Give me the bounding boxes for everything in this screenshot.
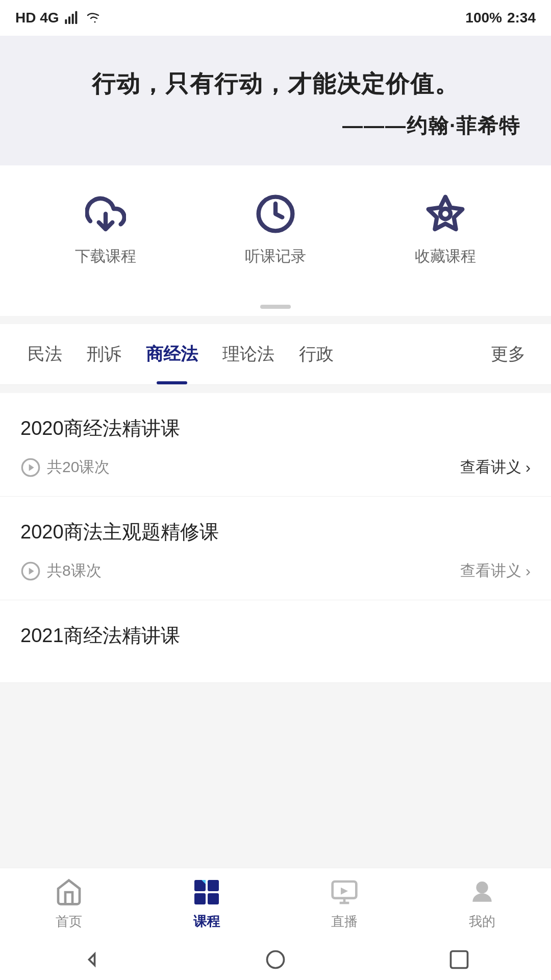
history-label: 听课记录 <box>245 246 306 267</box>
scroll-indicator <box>0 298 551 316</box>
course-meta-1: 共20课次 查看讲义 › <box>20 457 531 478</box>
scroll-dot <box>260 305 291 309</box>
tab-minfa[interactable]: 民法 <box>15 324 74 384</box>
svg-rect-15 <box>208 893 219 904</box>
quote-banner: 行动，只有行动，才能决定价值。 ———约翰·菲希特 <box>0 36 551 165</box>
home-icon <box>54 877 84 908</box>
course-item-2: 2020商法主观题精修课 共8课次 查看讲义 › <box>0 497 551 600</box>
status-right: 100% 2:34 <box>465 10 536 26</box>
svg-rect-0 <box>65 19 67 24</box>
sys-back-btn[interactable] <box>77 944 107 975</box>
nav-home[interactable]: 首页 <box>33 877 105 930</box>
course-item-3: 2021商经法精讲课 <box>0 600 551 683</box>
quote-main-text: 行动，只有行动，才能决定价值。 <box>31 66 520 102</box>
svg-point-23 <box>267 951 284 968</box>
course-title-2[interactable]: 2020商法主观题精修课 <box>20 519 531 545</box>
nav-mine[interactable]: 我的 <box>446 877 518 930</box>
svg-rect-13 <box>208 880 219 891</box>
battery-text: 100% <box>465 10 502 26</box>
chevron-right-icon-2: › <box>525 562 531 580</box>
clock-icon <box>253 191 298 237</box>
sys-recent-btn[interactable] <box>444 944 474 975</box>
user-icon <box>467 877 497 908</box>
tab-xingsu[interactable]: 刑诉 <box>74 324 134 384</box>
tab-shangjingfa[interactable]: 商经法 <box>134 324 210 384</box>
tab-more[interactable]: 更多 <box>481 324 536 384</box>
svg-rect-3 <box>75 11 77 24</box>
course-item-1: 2020商经法精讲课 共20课次 查看讲义 › <box>0 393 551 497</box>
category-tabs: 民法 刑诉 商经法 理论法 行政 更多 <box>0 324 551 385</box>
chevron-right-icon: › <box>525 459 531 476</box>
nav-live-label: 直播 <box>331 913 358 930</box>
course-title-1[interactable]: 2020商经法精讲课 <box>20 415 531 442</box>
svg-marker-5 <box>429 197 463 229</box>
tab-xingzheng[interactable]: 行政 <box>287 324 346 384</box>
nav-course-label: 课程 <box>193 913 220 930</box>
star-icon <box>422 191 468 237</box>
svg-marker-19 <box>341 888 348 895</box>
course-count-2: 共8课次 <box>20 560 102 581</box>
quick-action-history[interactable]: 听课记录 <box>245 191 306 267</box>
nav-course[interactable]: 课程 <box>171 877 242 930</box>
download-label: 下载课程 <box>75 246 136 267</box>
system-nav <box>0 939 551 980</box>
svg-point-21 <box>476 881 488 893</box>
quick-action-collect[interactable]: 收藏课程 <box>415 191 476 267</box>
course-lecture-2[interactable]: 查看讲义 › <box>460 560 531 581</box>
time-text: 2:34 <box>507 10 536 26</box>
bottom-nav: 首页 课程 直播 <box>0 868 551 939</box>
nav-mine-label: 我的 <box>469 913 495 930</box>
quick-actions: 下载课程 听课记录 收藏课程 <box>0 165 551 298</box>
wifi-icon <box>86 11 104 25</box>
course-title-3[interactable]: 2021商经法精讲课 <box>20 623 531 649</box>
course-meta-2: 共8课次 查看讲义 › <box>20 560 531 581</box>
status-bar: HD 4G 100% 2:34 <box>0 0 551 36</box>
svg-marker-22 <box>89 954 95 965</box>
course-count-1: 共20课次 <box>20 457 110 478</box>
course-lecture-1[interactable]: 查看讲义 › <box>460 457 531 478</box>
svg-marker-10 <box>29 568 34 574</box>
svg-rect-1 <box>68 16 70 24</box>
status-left: HD 4G <box>15 10 104 26</box>
nav-home-label: 首页 <box>56 913 82 930</box>
course-icon <box>191 877 222 908</box>
tab-lilunfa[interactable]: 理论法 <box>210 324 287 384</box>
signal-icon <box>64 10 81 26</box>
status-network: HD 4G <box>15 10 59 26</box>
svg-rect-2 <box>71 14 73 24</box>
svg-point-6 <box>440 209 450 219</box>
svg-rect-24 <box>451 951 468 968</box>
svg-rect-14 <box>194 893 206 904</box>
nav-live[interactable]: 直播 <box>309 877 380 930</box>
download-cloud-icon <box>83 191 129 237</box>
sys-home-btn[interactable] <box>260 944 291 975</box>
quote-author-text: ———约翰·菲希特 <box>31 112 520 140</box>
course-list: 2020商经法精讲课 共20课次 查看讲义 › 2020商法主观题精修课 <box>0 393 551 683</box>
quick-action-download[interactable]: 下载课程 <box>75 191 136 267</box>
live-icon <box>329 877 360 908</box>
svg-marker-8 <box>29 464 34 471</box>
collect-label: 收藏课程 <box>415 246 476 267</box>
